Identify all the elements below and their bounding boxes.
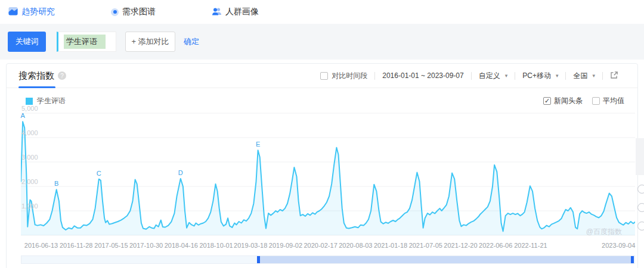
platform-value: PC+移动 [522, 71, 551, 81]
date-range-control[interactable]: 2016-01-01 ~ 2023-09-07 [375, 71, 470, 80]
legend-label: 学生评语 [37, 96, 66, 106]
nav-item-demand-graph[interactable]: 需求图谱 [111, 7, 156, 17]
slider-left-handle[interactable] [257, 256, 260, 263]
compare-time-label: 对比时间段 [332, 71, 367, 81]
search-bar: 关键词 学生评语 + 添加对比 确定 [0, 24, 644, 60]
tab-label: 搜索指数 [18, 70, 54, 82]
keyword-input[interactable]: 学生评语 [57, 32, 116, 52]
news-headlines-checkbox[interactable]: ✓ [543, 97, 551, 105]
x-axis: 2016-06-132016-11-282017-05-152017-10-30… [21, 239, 635, 251]
average-checkbox[interactable] [592, 97, 600, 105]
keyword-value[interactable]: 学生评语 [64, 35, 106, 49]
tab-search-index[interactable]: 搜索指数 [18, 64, 66, 88]
confirm-button[interactable]: 确定 [184, 36, 199, 47]
range-mode-select[interactable]: 自定义 ▾ [472, 71, 515, 81]
nav-item-label: 趋势研究 [21, 7, 55, 17]
keyword-button[interactable]: 关键词 [8, 32, 46, 52]
region-select[interactable]: 全国 ▾ [566, 71, 602, 81]
external-link-icon [610, 71, 618, 81]
add-compare-button[interactable]: + 添加对比 [125, 32, 175, 52]
floating-icon[interactable] [637, 185, 644, 194]
people-icon [212, 7, 222, 17]
legend-swatch [26, 98, 33, 105]
nav-item-label: 人群画像 [225, 7, 259, 17]
demand-graph-icon [111, 8, 119, 16]
nav-item-label: 需求图谱 [122, 7, 156, 17]
export-button[interactable] [603, 71, 626, 81]
chevron-down-icon: ▾ [505, 73, 508, 79]
card-header: 搜索指数 对比时间段 2016-01-01 ~ 2023-09-07 自定义 ▾… [7, 64, 637, 88]
nav-item-persona[interactable]: 人群画像 [212, 7, 259, 17]
line-chart[interactable]: 1,0002,0003,0004,0005,000 ABCDE @百度指数 [21, 111, 635, 238]
region-value: 全国 [573, 71, 587, 81]
chevron-down-icon: ▾ [592, 73, 595, 79]
legend-row: 学生评语 ✓ 新闻头条 平均值 [7, 88, 637, 106]
area-fill [21, 121, 635, 235]
floating-icon[interactable] [637, 203, 644, 212]
time-range-slider[interactable] [21, 255, 635, 264]
watermark: @百度指数 [586, 227, 622, 237]
top-nav: 趋势研究 需求图谱 人群画像 [0, 0, 644, 24]
compare-time-checkbox[interactable] [320, 72, 328, 80]
range-mode-value: 自定义 [479, 71, 500, 81]
trend-chart-icon [8, 7, 18, 17]
platform-select[interactable]: PC+移动 ▾ [515, 71, 565, 81]
overlay-toggles: ✓ 新闻头条 平均值 [543, 96, 624, 106]
floating-sidebar [636, 138, 644, 268]
help-icon[interactable] [58, 71, 66, 80]
chevron-down-icon: ▾ [556, 73, 559, 79]
chart-controls: 对比时间段 2016-01-01 ~ 2023-09-07 自定义 ▾ PC+移… [313, 71, 626, 81]
average-toggle[interactable]: 平均值 [592, 96, 624, 106]
floating-sidebar-panel [636, 138, 644, 175]
search-index-card: 搜索指数 对比时间段 2016-01-01 ~ 2023-09-07 自定义 ▾… [6, 63, 638, 268]
toggle-label: 平均值 [603, 96, 624, 106]
toggle-label: 新闻头条 [554, 96, 583, 106]
floating-icon[interactable] [637, 222, 644, 230]
news-headlines-toggle[interactable]: ✓ 新闻头条 [543, 96, 583, 106]
slider-selection[interactable] [258, 256, 633, 263]
nav-item-trend-research[interactable]: 趋势研究 [8, 7, 55, 17]
compare-time-control[interactable]: 对比时间段 [313, 71, 374, 81]
slider-right-handle[interactable] [631, 256, 634, 263]
date-range-value: 2016-01-01 ~ 2023-09-07 [382, 71, 463, 80]
